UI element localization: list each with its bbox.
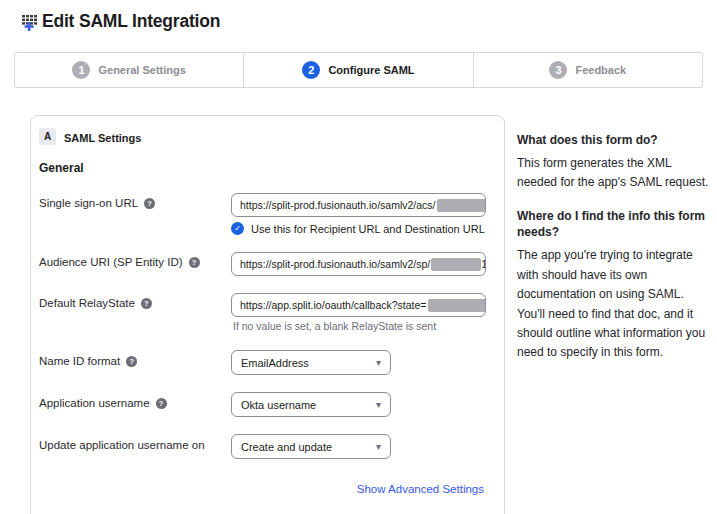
help-block-where: Where do I find the info this form needs… [517,208,709,363]
chevron-down-icon: ▾ [376,358,381,368]
redacted-value [437,199,486,212]
help-body: This form generates the XML needed for t… [517,154,709,193]
help-heading: Where do I find the info this form needs… [517,208,709,242]
saml-settings-card: A SAML Settings General Single sign-on U… [30,115,505,514]
wizard-stepper: 1 General Settings 2 Configure SAML 3 Fe… [14,52,703,88]
group-title: General [39,161,84,175]
chevron-down-icon: ▾ [376,400,381,410]
redacted-value [428,299,487,312]
recipient-url-checkbox-row: ✓ Use this for Recipient URL and Destina… [231,222,485,235]
audience-uri-label: Audience URI (SP Entity ID) ? [39,256,200,268]
step-label: General Settings [98,64,185,76]
step-label: Feedback [575,64,626,76]
step-configure-saml[interactable]: 2 Configure SAML [244,53,473,87]
application-username-label: Application username ? [39,397,167,409]
help-icon[interactable]: ? [141,298,152,309]
default-relaystate-label: Default RelayState ? [39,297,152,309]
audience-uri-input[interactable]: https://split-prod.fusionauth.io/samlv2/… [231,252,486,276]
step-label: Configure SAML [328,64,414,76]
name-id-format-select[interactable]: EmailAddress ▾ [231,350,391,375]
single-sign-on-url-label: Single sign-on URL ? [39,197,155,209]
step-number-badge: 1 [72,61,90,79]
help-panel: What does this form do? This form genera… [517,132,709,378]
update-application-username-select[interactable]: Create and update ▾ [231,434,391,459]
step-number-badge: 2 [302,61,320,79]
step-number-badge: 3 [549,61,567,79]
name-id-format-label: Name ID format ? [39,355,137,367]
help-icon[interactable]: ? [126,356,137,367]
recipient-url-checkbox[interactable]: ✓ [231,222,244,235]
single-sign-on-url-input[interactable]: https://split-prod.fusionauth.io/samlv2/… [231,193,486,217]
help-block-what: What does this form do? This form genera… [517,132,709,193]
chevron-down-icon: ▾ [376,442,381,452]
default-relaystate-input[interactable]: https://app.split.io/oauth/callback?stat… [231,293,486,317]
page-header: Edit SAML Integration [22,11,220,32]
step-general-settings[interactable]: 1 General Settings [15,53,244,87]
help-icon[interactable]: ? [156,398,167,409]
relaystate-hint: If no value is set, a blank RelayState i… [233,320,436,332]
step-feedback[interactable]: 3 Feedback [474,53,702,87]
update-application-username-label: Update application username on [39,439,205,451]
help-body: The app you're trying to integrate with … [517,246,709,363]
help-heading: What does this form do? [517,132,709,149]
app-grid-plus-icon [22,13,41,32]
application-username-select[interactable]: Okta username ▾ [231,392,391,417]
redacted-value [431,258,481,271]
help-icon[interactable]: ? [144,198,155,209]
section-badge: A [39,128,56,145]
recipient-url-checkbox-label: Use this for Recipient URL and Destinati… [251,223,485,235]
help-icon[interactable]: ? [189,257,200,268]
show-advanced-settings-link[interactable]: Show Advanced Settings [357,483,484,495]
page-title: Edit SAML Integration [42,11,220,32]
section-title: SAML Settings [64,132,141,144]
